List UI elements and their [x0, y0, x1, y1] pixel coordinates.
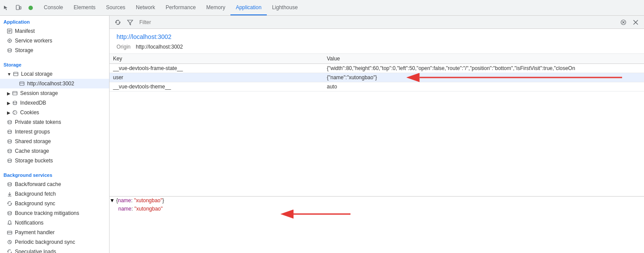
cache-storage-icon — [7, 148, 12, 154]
sidebar-item-payment-handler-label: Payment handler — [15, 229, 55, 235]
tab-sources[interactable]: Sources — [101, 0, 131, 15]
sidebar-item-session-storage[interactable]: ▶ Session storage — [0, 88, 109, 98]
sidebar-item-shared-storage[interactable]: Shared storage — [0, 137, 109, 146]
svg-rect-1 — [20, 7, 21, 9]
svg-rect-14 — [14, 72, 18, 76]
svg-point-28 — [8, 149, 11, 151]
session-storage-icon — [12, 91, 18, 96]
svg-point-20 — [13, 101, 17, 103]
expand-session-storage-icon[interactable]: ▶ — [7, 91, 11, 96]
sidebar-item-session-storage-label: Session storage — [20, 90, 58, 96]
sidebar-item-speculative-loads[interactable]: Speculative loads — [0, 247, 109, 253]
tab-elements[interactable]: Elements — [68, 0, 101, 15]
svg-point-22 — [14, 111, 14, 112]
sidebar-item-storage-top[interactable]: Storage — [0, 46, 109, 55]
svg-point-23 — [15, 112, 16, 112]
sidebar-item-back-forward-cache-label: Back/forward cache — [15, 181, 61, 187]
sidebar-section-storage: Storage — [0, 59, 109, 69]
back-forward-cache-icon — [7, 182, 12, 187]
sidebar-item-periodic-background[interactable]: Periodic background sync — [0, 237, 109, 247]
table-row[interactable]: __vue-devtools-frame-state__{"width":80,… — [110, 64, 644, 73]
svg-point-8 — [9, 40, 11, 42]
sidebar-item-local-storage-url-label: http://localhost:3002 — [27, 81, 74, 87]
sidebar-item-cache-storage[interactable]: Cache storage — [0, 146, 109, 156]
expand-indexeddb-icon[interactable]: ▶ — [7, 101, 11, 105]
sidebar-item-service-workers[interactable]: Service workers — [0, 36, 109, 46]
refresh-button[interactable] — [113, 18, 123, 26]
interest-groups-icon — [7, 129, 12, 134]
svg-point-27 — [8, 140, 11, 141]
sidebar-item-local-storage[interactable]: ▼ Local storage — [0, 69, 109, 79]
table-cell-value: auto — [323, 82, 644, 91]
sidebar-item-back-forward-cache[interactable]: Back/forward cache — [0, 179, 109, 189]
json-line2: name: "xutongbao" — [110, 205, 644, 213]
origin-row: Origin http://localhost:3002 — [110, 43, 644, 54]
storage-top-icon — [7, 48, 12, 53]
periodic-background-icon — [7, 239, 12, 245]
url-text: http://localhost:3002 — [117, 33, 171, 40]
content-inner: Key Value __vue-devtools-frame-state__{"… — [110, 54, 644, 253]
sidebar-item-bounce-tracking-label: Bounce tracking mitigations — [15, 210, 79, 216]
table-cell-value: {"width":80,"height":60,"top":0,"left":5… — [323, 64, 644, 73]
sidebar-item-local-storage-url[interactable]: http://localhost:3002 — [0, 79, 109, 88]
tab-lighthouse[interactable]: Lighthouse — [267, 0, 303, 15]
table-row[interactable]: user{"name":"xutongbao"} — [110, 73, 644, 82]
sidebar-item-storage-buckets-label: Storage buckets — [15, 158, 53, 164]
json-tree: ▼ {name: "xutongbao"} name: "xutongbao" — [110, 197, 644, 213]
table-cell-key: user — [110, 73, 323, 82]
svg-point-26 — [8, 130, 11, 132]
indexeddb-icon — [12, 100, 18, 105]
json-line1: ▼ {name: "xutongbao"} — [110, 197, 644, 205]
svg-rect-16 — [20, 82, 24, 85]
sidebar-item-storage-top-label: Storage — [15, 47, 33, 53]
speculative-loads-icon — [7, 249, 12, 253]
sidebar-item-cookies[interactable]: ▶ Cookies — [0, 108, 109, 117]
sidebar-item-private-state-tokens[interactable]: Private state tokens — [0, 117, 109, 127]
bottom-panel: ▼ {name: "xutongbao"} name: "xutongbao" — [110, 196, 644, 253]
close-button[interactable] — [631, 18, 640, 26]
filter-icon — [125, 18, 135, 26]
table-section: Key Value __vue-devtools-frame-state__{"… — [110, 54, 644, 196]
table-cell-value: {"name":"xutongbao"} — [323, 73, 644, 82]
sidebar-item-background-sync[interactable]: Background sync — [0, 199, 109, 208]
svg-point-24 — [14, 113, 15, 114]
filter-input[interactable] — [138, 18, 616, 26]
tab-memory[interactable]: Memory — [201, 0, 230, 15]
sidebar-item-indexeddb[interactable]: ▶ IndexedDB — [0, 98, 109, 108]
sidebar-item-interest-groups-label: Interest groups — [15, 129, 50, 135]
circle-icon[interactable] — [26, 4, 35, 12]
sidebar-item-service-workers-label: Service workers — [15, 38, 52, 44]
bounce-tracking-icon — [7, 211, 12, 216]
table-cell-key: __vue-devtools-theme__ — [110, 82, 323, 91]
svg-rect-0 — [16, 5, 19, 10]
cursor-icon[interactable] — [2, 4, 11, 12]
tab-network[interactable]: Network — [131, 0, 160, 15]
tab-performance[interactable]: Performance — [160, 0, 201, 15]
shared-storage-icon — [7, 139, 12, 144]
tab-console[interactable]: Console — [39, 0, 68, 15]
sidebar-item-manifest[interactable]: Manifest — [0, 26, 109, 36]
table-row[interactable]: __vue-devtools-theme__auto — [110, 82, 644, 91]
sidebar-item-cache-storage-label: Cache storage — [15, 148, 49, 154]
sidebar-item-bounce-tracking[interactable]: Bounce tracking mitigations — [0, 208, 109, 218]
expand-cookies-icon[interactable]: ▶ — [7, 110, 11, 115]
svg-line-39 — [10, 242, 11, 243]
cookies-icon — [12, 110, 18, 115]
clear-filter-button[interactable] — [619, 18, 628, 26]
sidebar-item-notifications[interactable]: Notifications — [0, 218, 109, 228]
sidebar-item-background-fetch-label: Background fetch — [15, 191, 56, 197]
notifications-icon — [7, 220, 12, 225]
sidebar-item-interest-groups[interactable]: Interest groups — [0, 127, 109, 137]
json-expand-icon[interactable]: ▼ — [110, 197, 115, 204]
url-header: http://localhost:3002 — [110, 29, 644, 43]
tab-application[interactable]: Application — [230, 0, 267, 15]
sidebar-item-storage-buckets[interactable]: Storage buckets — [0, 156, 109, 165]
table-header-value: Value — [323, 54, 644, 64]
expand-local-storage-icon[interactable]: ▼ — [7, 72, 11, 77]
device-icon[interactable] — [14, 4, 23, 12]
background-sync-icon — [7, 201, 12, 206]
service-workers-icon — [7, 38, 12, 43]
sidebar-item-payment-handler[interactable]: Payment handler — [0, 228, 109, 237]
content-area: http://localhost:3002 Origin http://loca… — [110, 16, 644, 253]
sidebar-item-background-fetch[interactable]: Background fetch — [0, 189, 109, 199]
